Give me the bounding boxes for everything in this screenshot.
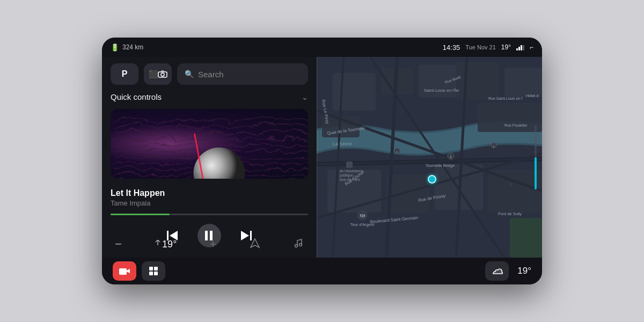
bottom-left-controls <box>113 261 165 281</box>
battery-icon: 🔋 <box>111 43 119 52</box>
panel-divider <box>317 57 317 258</box>
bar3 <box>521 45 522 50</box>
svg-text:Rue Pouletier: Rue Pouletier <box>504 123 528 127</box>
svg-point-1 <box>161 73 164 76</box>
status-time: 14:35 <box>443 43 460 52</box>
svg-text:Saint-Louis en l'Île: Saint-Louis en l'Île <box>424 88 459 93</box>
svg-rect-87 <box>149 272 153 275</box>
status-temp: 19° <box>501 43 511 51</box>
svg-text:Tour d'Argent: Tour d'Argent <box>350 222 375 227</box>
svg-rect-83 <box>119 268 127 275</box>
svg-text:i: i <box>493 145 494 148</box>
wave-lines <box>111 109 308 179</box>
svg-rect-42 <box>386 175 429 213</box>
search-icon: 🔍 <box>185 70 194 78</box>
album-art <box>111 109 308 179</box>
volume-slider[interactable] <box>535 125 537 189</box>
svg-text:Pont de Sully: Pont de Sully <box>498 211 522 216</box>
left-panel: P ⬛ 📷 🔍 Search <box>102 57 317 258</box>
album-background <box>111 109 308 179</box>
grid-bottom-button[interactable] <box>142 261 165 281</box>
previous-button[interactable] <box>161 224 185 247</box>
svg-text:Rue Saint-Louis en l': Rue Saint-Louis en l' <box>488 97 523 100</box>
status-left: 🔋 324 km <box>111 43 143 52</box>
track-title: Let It Happen <box>111 188 308 198</box>
signal-bars <box>516 44 524 50</box>
bar4 <box>523 45 524 50</box>
playback-controls <box>102 219 317 252</box>
svg-marker-25 <box>170 231 178 240</box>
svg-rect-24 <box>167 231 169 240</box>
quick-controls-row[interactable]: Quick controls ⌄ <box>102 89 317 105</box>
search-bar[interactable]: 🔍 Search <box>177 63 308 85</box>
top-buttons: P ⬛ 📷 🔍 Search <box>102 57 317 89</box>
track-artist: Tame Impala <box>111 199 308 207</box>
bar1 <box>516 48 518 50</box>
svg-rect-40 <box>478 103 542 132</box>
svg-text:de l'Assistance: de l'Assistance <box>340 169 363 173</box>
bar2 <box>518 47 520 50</box>
status-right: 14:35 Tue Nov 21 19° ⌐ <box>443 43 533 52</box>
svg-rect-85 <box>149 267 153 270</box>
svg-rect-27 <box>210 231 213 240</box>
svg-point-22 <box>194 148 245 179</box>
status-date: Tue Nov 21 <box>465 44 495 50</box>
bottom-temperature: 19° <box>517 266 531 276</box>
wifi-icon: ⌐ <box>530 43 533 51</box>
svg-rect-82 <box>510 183 513 186</box>
svg-rect-26 <box>205 231 208 240</box>
svg-rect-28 <box>250 231 252 240</box>
svg-text:i: i <box>397 150 397 153</box>
svg-text:Tournelle Bridge: Tournelle Bridge <box>426 163 455 168</box>
volume-fill <box>535 157 537 189</box>
quick-controls-label: Quick controls <box>111 92 162 101</box>
svg-rect-64 <box>346 162 353 168</box>
map-svg: Rue Cochin Rue de Poissy Boulevard Saint… <box>317 57 542 258</box>
svg-rect-39 <box>504 68 542 97</box>
weather-bottom-button[interactable] <box>485 261 509 281</box>
progress-fill <box>111 214 170 215</box>
svg-marker-29 <box>241 231 249 240</box>
car-display: 🔋 324 km 14:35 Tue Nov 21 19° ⌐ <box>102 38 542 284</box>
svg-rect-34 <box>333 73 376 111</box>
track-info: Let It Happen Tame Impala <box>102 183 317 209</box>
battery-range: 324 km <box>122 43 143 51</box>
svg-rect-88 <box>154 272 158 275</box>
next-button[interactable] <box>234 224 258 247</box>
search-placeholder: Search <box>198 70 224 79</box>
map-area[interactable]: Rue Cochin Rue de Poissy Boulevard Saint… <box>317 57 542 258</box>
bottom-bar: 19° <box>102 258 542 284</box>
camera-button[interactable]: ⬛ 📷 <box>144 63 172 85</box>
main-area: P ⬛ 📷 🔍 Search <box>102 57 542 258</box>
svg-point-75 <box>426 173 438 186</box>
svg-rect-38 <box>456 62 499 100</box>
svg-marker-84 <box>127 269 130 273</box>
svg-rect-45 <box>510 218 542 258</box>
svg-text:publique –: publique – <box>340 173 356 178</box>
bottom-right-controls: 19° <box>485 261 531 281</box>
svg-text:La Seine: La Seine <box>333 141 352 147</box>
chevron-down-icon: ⌄ <box>302 93 308 101</box>
svg-text:🍽: 🍽 <box>360 213 365 218</box>
svg-text:Hôtel d: Hôtel d <box>526 93 539 98</box>
svg-rect-86 <box>154 267 158 270</box>
progress-bar[interactable] <box>111 214 308 215</box>
svg-text:taux de Paris: taux de Paris <box>340 178 361 181</box>
camera-bottom-button[interactable] <box>113 261 136 281</box>
park-button[interactable]: P <box>111 63 138 85</box>
status-bar: 🔋 324 km 14:35 Tue Nov 21 19° ⌐ <box>102 38 542 57</box>
play-pause-button[interactable] <box>197 224 221 247</box>
